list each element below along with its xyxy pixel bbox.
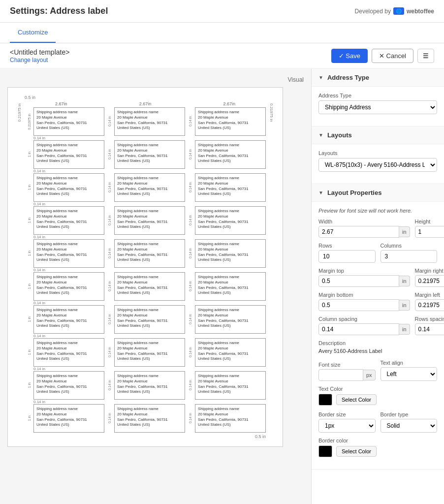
row-gap-text-1: 0.14 in — [33, 169, 45, 173]
label-cell-wrap-5-2: Shipping address name20 Maple AvenueSan … — [195, 272, 266, 301]
row-gap-7: 0.14 in — [25, 367, 266, 371]
ruler-text-5: 1 in — [28, 284, 31, 289]
bottom-margin-dim: 0.5 in — [25, 434, 266, 439]
col-gap-7-1: 0.14 in — [185, 338, 195, 367]
col-gap-text-7-0: 0.14 in — [108, 347, 111, 357]
columns-input[interactable] — [381, 250, 438, 263]
font-size-input[interactable] — [318, 369, 363, 381]
border-color-group: Border color Select Color — [318, 438, 437, 457]
label-row-2: 1 inShipping address name20 Maple Avenue… — [25, 173, 266, 202]
left-margin-area: 0.21975 in — [14, 101, 25, 439]
label-cell-2-2: Shipping address name20 Maple AvenueSan … — [195, 173, 266, 202]
label-cell-8-2: Shipping address name20 Maple AvenueSan … — [195, 371, 266, 400]
description-label: Description — [318, 340, 437, 346]
label-cell-5-2: Shipping address name20 Maple AvenueSan … — [195, 272, 266, 301]
border-color-select-btn[interactable]: Select Color — [336, 446, 377, 457]
layouts-body: Layouts WL-875(10x3) - Avery 5160-Addres… — [312, 144, 444, 184]
layouts-select[interactable]: WL-875(10x3) - Avery 5160-Address Label — [318, 158, 437, 172]
margin-bottom-input[interactable] — [318, 299, 399, 311]
col-gap-text-9-0: 0.14 in — [108, 413, 111, 423]
col-gap-1-0: 0.14 in — [104, 140, 114, 169]
border-type-select[interactable]: Solid Dashed Dotted — [381, 419, 438, 433]
border-size-select[interactable]: 1px 2px 3px — [318, 419, 376, 433]
label-cell-0-1: Shipping address name20 Maple AvenueSan … — [114, 107, 185, 136]
text-align-select[interactable]: Left Center Right — [381, 367, 438, 381]
layouts-section: ▼ Layouts Layouts WL-875(10x3) - Avery 5… — [312, 126, 444, 184]
row-gap-text-2: 0.14 in — [33, 202, 45, 206]
label-cell-wrap-9-2: Shipping address name20 Maple AvenueSan … — [195, 404, 266, 433]
col-gap-3-1: 0.14 in — [185, 206, 195, 235]
rows-input[interactable] — [318, 250, 376, 263]
col-gap-3-0: 0.14 in — [104, 206, 114, 235]
label-cell-wrap-3-2: Shipping address name20 Maple AvenueSan … — [195, 206, 266, 235]
height-input[interactable] — [415, 226, 444, 238]
font-size-label: Font size — [318, 362, 376, 368]
cancel-button[interactable]: ✕ Cancel — [372, 49, 413, 63]
dim-col1: 2.67in — [25, 101, 98, 106]
margin-left-input[interactable] — [415, 299, 444, 311]
ruler-text-9: 1 in — [28, 415, 31, 421]
width-group: Width in — [318, 219, 410, 238]
margin-top-input-unit: in — [318, 275, 410, 287]
layout-props-chevron-icon: ▼ — [318, 190, 323, 195]
col-spacing-input-unit: in — [318, 323, 410, 335]
label-cell-7-2: Shipping address name20 Maple AvenueSan … — [195, 338, 266, 367]
margin-right-input[interactable] — [415, 275, 444, 287]
text-color-select-btn[interactable]: Select Color — [336, 394, 377, 405]
layouts-group: Layouts WL-875(10x3) - Avery 5160-Addres… — [318, 150, 437, 172]
col-gap-text-9-1: 0.14 in — [189, 413, 192, 423]
label-cell-wrap-3-0: Shipping address name20 Maple AvenueSan … — [33, 206, 104, 235]
ruler-text-6: 1 in — [28, 316, 31, 322]
label-cell-wrap-8-1: Shipping address name20 Maple AvenueSan … — [114, 371, 185, 400]
ruler-text-7: 1 in — [28, 349, 31, 355]
tab-customize[interactable]: Customize — [10, 23, 56, 43]
border-color-label: Border color — [318, 438, 437, 443]
columns-group: Columns — [381, 243, 438, 263]
label-row-7: 1 inShipping address name20 Maple Avenue… — [25, 338, 266, 367]
menu-button[interactable]: ☰ — [417, 49, 434, 63]
address-type-select[interactable]: Shipping Address Billing Address — [318, 100, 437, 114]
label-cell-9-2: Shipping address name20 Maple AvenueSan … — [195, 404, 266, 433]
row-gap-text-5: 0.14 in — [33, 301, 45, 305]
save-button[interactable]: ✓ Save — [331, 49, 368, 63]
label-cell-wrap-7-2: Shipping address name20 Maple AvenueSan … — [195, 338, 266, 367]
label-row-9: 1 inShipping address name20 Maple Avenue… — [25, 404, 266, 433]
text-color-group: Text Color Select Color — [318, 386, 437, 406]
row-spacing-input[interactable] — [415, 323, 444, 335]
label-cell-7-1: Shipping address name20 Maple AvenueSan … — [114, 338, 185, 367]
tab-bar: Customize — [0, 23, 444, 43]
width-input[interactable] — [318, 226, 399, 238]
margin-right-input-unit: in — [415, 275, 444, 287]
col-gap-8-0: 0.14 in — [104, 371, 114, 400]
sheet-body: 0.21975 in 2.67in 2.67in 2.67in 0.21975 … — [14, 101, 277, 439]
label-cell-wrap-0-2: Shipping address name20 Maple AvenueSan … — [195, 107, 266, 136]
label-cell-wrap-8-2: Shipping address name20 Maple AvenueSan … — [195, 371, 266, 400]
page-header: <Untitled template> Change layout ✓ Save… — [0, 43, 444, 69]
label-cell-9-0: Shipping address name20 Maple AvenueSan … — [33, 404, 104, 433]
label-cell-1-1: Shipping address name20 Maple AvenueSan … — [114, 140, 185, 169]
row-gap-1: 0.14 in — [25, 169, 266, 173]
col-gap-text-2-1: 0.14 in — [189, 182, 192, 192]
text-color-swatch[interactable] — [318, 394, 332, 406]
col-gap-1-1: 0.14 in — [185, 140, 195, 169]
col-spacing-input[interactable] — [318, 323, 399, 335]
brand-logo: 🌐 — [393, 7, 404, 15]
layout-properties-section: ▼ Layout Properties Preview for font siz… — [312, 184, 444, 470]
left-ruler-9: 1 in — [25, 404, 33, 433]
label-cell-wrap-7-1: Shipping address name20 Maple AvenueSan … — [114, 338, 185, 367]
col-gap-text-1-1: 0.14 in — [189, 149, 192, 159]
address-type-title: Address Type — [327, 74, 369, 81]
margin-bottom-left-row: Margin bottom in Margin left in — [318, 292, 437, 311]
left-ruler-3: 1 in — [25, 206, 33, 235]
description-group: Description Avery 5160-Address Label — [318, 340, 437, 354]
layouts-title: Layouts — [327, 131, 352, 139]
row-spacing-input-unit: in — [415, 323, 444, 335]
address-type-body: Address Type Shipping Address Billing Ad… — [312, 87, 444, 126]
page-title: Settings: Address label — [10, 6, 108, 16]
margin-top-input[interactable] — [318, 275, 399, 287]
change-layout-link[interactable]: Change layout — [10, 57, 48, 63]
ruler-text-3: 1 in — [28, 218, 31, 223]
border-color-swatch[interactable] — [318, 445, 332, 457]
top-margin-dim: 0.5 in — [14, 95, 277, 100]
label-cell-5-0: Shipping address name20 Maple AvenueSan … — [33, 272, 104, 301]
